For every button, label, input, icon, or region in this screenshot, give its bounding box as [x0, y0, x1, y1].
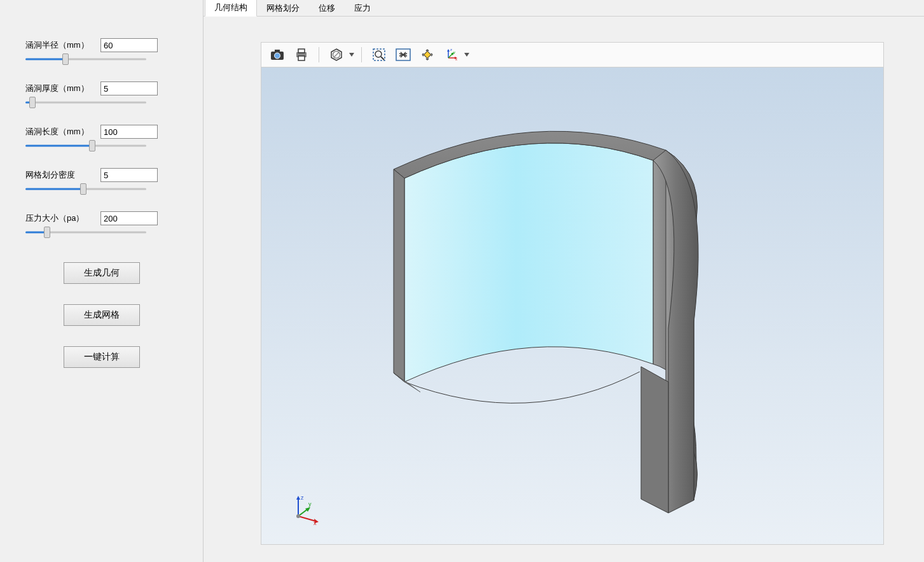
tab-stress[interactable]: 应力: [345, 0, 380, 17]
viewport-3d[interactable]: z x y: [261, 67, 884, 545]
content-area: zyx: [203, 17, 924, 562]
param-radius: 涵洞半径（mm）: [25, 38, 177, 64]
tab-bar: 几何结构 网格划分 位移 应力: [203, 0, 924, 17]
param-length: 涵洞长度（mm）: [25, 125, 177, 150]
svg-marker-9: [349, 53, 354, 57]
svg-point-34: [296, 514, 300, 518]
axes-icon[interactable]: zyx: [441, 45, 462, 64]
svg-line-8: [334, 52, 339, 57]
slider-length[interactable]: [25, 141, 146, 150]
param-pressure: 压力大小（pa）: [25, 211, 177, 237]
input-length[interactable]: [100, 125, 158, 139]
svg-rect-14: [424, 51, 431, 58]
svg-rect-5: [298, 56, 305, 60]
calculate-button[interactable]: 一键计算: [64, 346, 140, 368]
slider-radius[interactable]: [25, 55, 146, 64]
input-pressure[interactable]: [100, 211, 158, 225]
param-mesh-density: 网格划分密度: [25, 168, 177, 193]
svg-point-2: [275, 53, 280, 59]
svg-marker-16: [447, 49, 450, 52]
svg-text:y: y: [453, 50, 455, 54]
input-radius[interactable]: [100, 38, 158, 52]
parameter-panel: 涵洞半径（mm） 涵洞厚度（mm） 涵洞长度（mm）: [0, 0, 203, 562]
label-mesh-density: 网格划分密度: [25, 169, 95, 181]
svg-rect-1: [275, 50, 280, 52]
slider-pressure[interactable]: [25, 228, 146, 237]
axis-triad: z x y: [289, 493, 321, 525]
toolbar-separator: [361, 47, 362, 62]
label-thickness: 涵洞厚度（mm）: [25, 83, 95, 94]
svg-text:x: x: [455, 57, 457, 61]
svg-text:z: z: [450, 48, 452, 52]
input-mesh-density[interactable]: [100, 168, 158, 182]
slider-mesh-density[interactable]: [25, 185, 146, 193]
label-pressure: 压力大小（pa）: [25, 213, 95, 224]
slider-thickness[interactable]: [25, 98, 146, 107]
svg-text:x: x: [314, 520, 317, 525]
generate-mesh-button[interactable]: 生成网格: [64, 304, 140, 326]
label-length: 涵洞长度（mm）: [25, 126, 95, 137]
print-icon[interactable]: [291, 45, 312, 64]
tab-mesh[interactable]: 网格划分: [257, 0, 309, 17]
axes-dropdown-icon[interactable]: [464, 53, 470, 57]
viewport-container: zyx: [261, 42, 884, 545]
hide-dropdown-icon[interactable]: [348, 53, 355, 57]
param-thickness: 涵洞厚度（mm）: [25, 81, 177, 107]
zoom-window-icon[interactable]: [368, 45, 390, 64]
camera-icon[interactable]: [266, 45, 288, 64]
svg-line-12: [381, 57, 384, 60]
input-thickness[interactable]: [100, 81, 158, 95]
rotate-icon[interactable]: [417, 45, 438, 64]
hide-icon[interactable]: [326, 45, 347, 64]
svg-text:y: y: [308, 501, 312, 507]
tab-displacement[interactable]: 位移: [309, 0, 345, 17]
svg-marker-26: [296, 496, 300, 500]
viewport-toolbar: zyx: [261, 42, 884, 67]
svg-text:z: z: [301, 495, 304, 501]
tab-geometry[interactable]: 几何结构: [205, 0, 257, 17]
toolbar-separator: [319, 47, 319, 62]
geometry-render: [261, 67, 884, 545]
fit-icon[interactable]: [392, 45, 414, 64]
main-panel: 几何结构 网格划分 位移 应力: [203, 0, 924, 562]
generate-geometry-button[interactable]: 生成几何: [64, 262, 140, 284]
svg-point-11: [375, 51, 382, 57]
label-radius: 涵洞半径（mm）: [25, 39, 95, 51]
svg-marker-24: [464, 53, 469, 57]
